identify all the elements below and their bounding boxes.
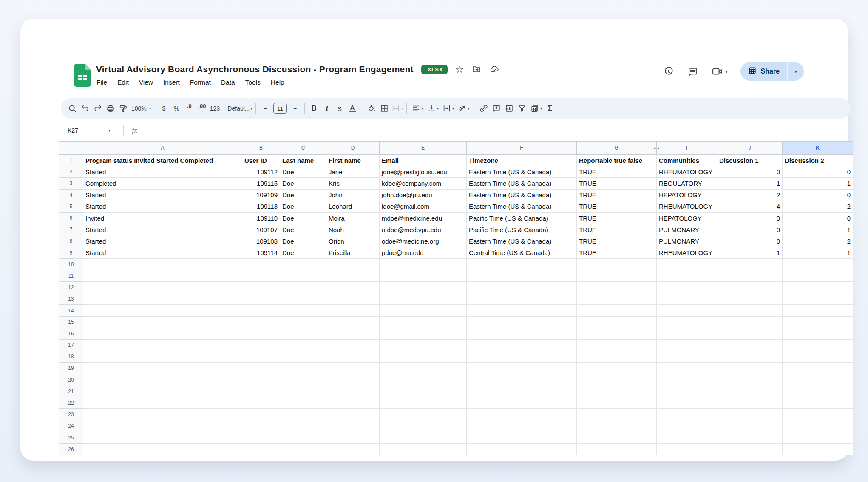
cell-I3[interactable]: REGULATORY (657, 178, 717, 189)
cell-I23[interactable] (657, 409, 717, 420)
cell-I12[interactable] (657, 282, 717, 293)
cell-G17[interactable] (577, 340, 657, 351)
cell-I14[interactable] (657, 305, 717, 316)
cell-J17[interactable] (717, 340, 783, 351)
cell-B1[interactable]: User ID (242, 155, 280, 166)
cell-D6[interactable]: Moira (326, 213, 380, 224)
cell-F21[interactable] (467, 386, 577, 397)
cell-I15[interactable] (657, 317, 717, 328)
menu-item-help[interactable]: Help (269, 78, 286, 87)
cell-F11[interactable] (467, 270, 577, 282)
row-header-12[interactable]: 12 (59, 282, 83, 293)
cell-F9[interactable]: Central Time (US & Canada) (467, 247, 577, 259)
cell-C2[interactable]: Doe (280, 166, 326, 178)
row-header-9[interactable]: 9 (59, 247, 83, 259)
cell-E15[interactable] (380, 317, 467, 328)
cell-K15[interactable] (783, 317, 853, 328)
increase-font-size-button[interactable]: + (289, 102, 301, 115)
column-header-B[interactable]: B (242, 141, 280, 155)
cell-C22[interactable] (280, 397, 326, 409)
cell-C6[interactable]: Doe (280, 213, 326, 224)
cell-I20[interactable] (657, 374, 717, 386)
vertical-align-button[interactable]: ▾ (425, 102, 440, 115)
cell-G1[interactable]: Reportable true false (577, 155, 657, 166)
row-header-7[interactable]: 7 (59, 224, 83, 235)
text-color-button[interactable]: A (346, 102, 359, 115)
cell-J18[interactable] (717, 351, 783, 363)
cell-C1[interactable]: Last name (280, 155, 326, 166)
cell-D3[interactable]: Kris (326, 178, 380, 189)
cloud-status-icon[interactable] (489, 64, 500, 74)
cell-K10[interactable] (783, 259, 853, 270)
borders-icon[interactable] (378, 102, 391, 115)
cell-B16[interactable] (242, 328, 280, 340)
cell-C8[interactable]: Doe (280, 235, 326, 247)
cell-I25[interactable] (657, 432, 717, 444)
cell-B22[interactable] (242, 397, 280, 409)
share-button[interactable]: Share (740, 62, 788, 81)
cell-J24[interactable] (717, 420, 783, 432)
menu-item-insert[interactable]: Insert (162, 78, 181, 87)
cell-A3[interactable]: Completed (83, 178, 242, 189)
cell-K8[interactable]: 2 (783, 235, 853, 247)
functions-button[interactable]: Σ (544, 102, 556, 115)
cell-K4[interactable]: 0 (783, 190, 853, 201)
cell-E17[interactable] (380, 340, 467, 351)
cell-I24[interactable] (657, 420, 717, 432)
cell-F8[interactable]: Eastern Time (US & Canada) (467, 235, 577, 247)
cell-J5[interactable]: 4 (717, 201, 783, 213)
cell-I13[interactable] (657, 293, 717, 305)
cell-J22[interactable] (717, 397, 783, 409)
document-title[interactable]: Virtual Advisory Board Asynchronous Disc… (96, 64, 414, 74)
cell-G14[interactable] (577, 305, 657, 316)
cell-F25[interactable] (467, 432, 577, 444)
cell-E2[interactable]: jdoe@prestigiousu.edu (380, 166, 467, 178)
cell-A2[interactable]: Started (83, 166, 242, 178)
cell-G13[interactable] (577, 293, 657, 305)
cell-K1[interactable]: Discussion 2 (783, 155, 853, 166)
cell-J10[interactable] (717, 259, 783, 270)
cell-K9[interactable]: 1 (783, 247, 853, 259)
cell-K17[interactable] (783, 340, 853, 351)
cell-C17[interactable] (280, 340, 326, 351)
cell-B12[interactable] (242, 282, 280, 293)
cell-F18[interactable] (467, 351, 577, 363)
cell-K3[interactable]: 1 (783, 178, 853, 189)
cell-K16[interactable] (783, 328, 853, 340)
cell-A15[interactable] (83, 317, 242, 328)
cell-D7[interactable]: Noah (326, 224, 380, 235)
cell-I10[interactable] (657, 259, 717, 270)
row-header-23[interactable]: 23 (59, 409, 83, 420)
cell-A16[interactable] (83, 328, 242, 340)
cell-D24[interactable] (326, 420, 380, 432)
menu-item-tools[interactable]: Tools (244, 78, 262, 87)
row-header-11[interactable]: 11 (59, 270, 83, 282)
cell-A25[interactable] (83, 432, 242, 444)
table-views-button[interactable]: ▾ (528, 102, 544, 115)
comments-icon[interactable] (687, 66, 698, 77)
zoom-select[interactable]: 100% ▾ (130, 102, 151, 115)
cell-K14[interactable] (783, 305, 853, 316)
cell-E19[interactable] (380, 363, 467, 374)
cell-D25[interactable] (326, 432, 380, 444)
cell-K6[interactable]: 0 (783, 213, 853, 224)
cell-E16[interactable] (380, 328, 467, 340)
cell-I4[interactable]: HEPATOLOGY (657, 190, 717, 201)
cell-C16[interactable] (280, 328, 326, 340)
link-icon[interactable] (477, 102, 490, 115)
cell-F1[interactable]: Timezone (467, 155, 577, 166)
cell-F7[interactable]: Pacific Time (US & Canada) (467, 224, 577, 235)
cell-E25[interactable] (380, 432, 467, 444)
column-header-D[interactable]: D (326, 141, 380, 155)
cell-J6[interactable]: 0 (717, 213, 783, 224)
cell-C26[interactable] (280, 444, 326, 455)
row-header-21[interactable]: 21 (59, 386, 83, 397)
cell-A4[interactable]: Started (83, 190, 242, 201)
cell-D14[interactable] (326, 305, 380, 316)
cell-G9[interactable]: TRUE (577, 247, 657, 259)
undo-icon[interactable] (79, 102, 91, 115)
row-header-16[interactable]: 16 (59, 328, 83, 340)
cell-C7[interactable]: Doe (280, 224, 326, 235)
cell-B18[interactable] (242, 351, 280, 363)
cell-A9[interactable]: Started (83, 247, 242, 259)
